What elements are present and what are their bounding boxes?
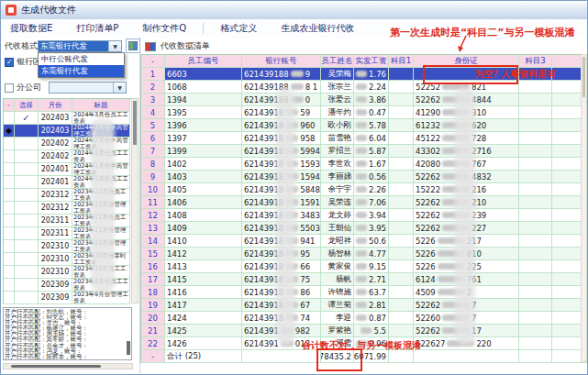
list-item[interactable]: 2023112023年11月份员工工资表 bbox=[4, 215, 132, 227]
column-header[interactable]: 银行账号 bbox=[242, 55, 321, 68]
table-row[interactable]: 2014246214391874李迎0.87522607 bbox=[141, 312, 583, 325]
select-cell[interactable] bbox=[15, 240, 39, 253]
toolbar-extract-data-button[interactable]: 提取数据E bbox=[10, 22, 52, 35]
scrollbar-thumb[interactable] bbox=[582, 57, 585, 97]
select-cell[interactable] bbox=[15, 202, 39, 215]
list-item[interactable]: 2023102023年10月份零时工工资表 bbox=[4, 253, 132, 266]
column-header[interactable]: 科目3 bbox=[519, 55, 552, 68]
chevron-down-icon[interactable]: ▼ bbox=[113, 83, 126, 93]
row-number-cell: 9 bbox=[141, 171, 165, 183]
select-cell[interactable] bbox=[15, 163, 39, 176]
list-item[interactable]: ◆2024032024年3月份中高管理工资表 bbox=[4, 125, 132, 138]
list-vertical-scrollbar[interactable] bbox=[131, 98, 139, 303]
subject3-cell bbox=[519, 235, 552, 248]
column-header[interactable]: 实发工资 bbox=[354, 55, 389, 68]
chevron-down-icon[interactable]: ▼ bbox=[108, 41, 121, 51]
list-item[interactable]: 2023112023年11月份管理工资表 bbox=[4, 227, 132, 240]
format-dropdown-list: 中行公账代发东莞银行代发 bbox=[38, 52, 125, 78]
table-vertical-scrollbar[interactable] bbox=[581, 54, 587, 362]
select-cell[interactable] bbox=[15, 176, 39, 189]
list-item[interactable]: ✓2024032024年3月份员工工资表 bbox=[4, 112, 132, 125]
table-row[interactable]: 914036214391815945李丽娣0.56522624832 bbox=[141, 171, 583, 183]
toolbar-print-list-button[interactable]: 打印清单P bbox=[76, 22, 118, 35]
table-row[interactable]: 1514126214391895杨智林4.775226810 bbox=[141, 248, 583, 260]
list-item[interactable]: 2023122023年12月份员工工资表 bbox=[4, 189, 132, 202]
toolbar-format-definition-button[interactable]: 格式定义 bbox=[220, 22, 257, 35]
list-item[interactable]: 2024022024年2月份员工工资表 bbox=[4, 150, 132, 163]
list-item[interactable]: 2023122023年12月份管理工资表 bbox=[4, 202, 132, 215]
select-cell[interactable] bbox=[15, 266, 39, 279]
column-header[interactable]: - bbox=[141, 55, 165, 68]
bank-filter-checkbox[interactable] bbox=[5, 58, 14, 67]
column-header[interactable]: 员工编号 bbox=[165, 55, 242, 68]
list-item[interactable]: 2023092023年9月份管理工资表 bbox=[4, 292, 132, 304]
list-item[interactable]: 2024022024年2月份中高管理工资表 bbox=[4, 138, 132, 150]
list-flag-icon bbox=[145, 42, 156, 51]
branch-checkbox[interactable] bbox=[5, 83, 14, 93]
select-cell[interactable] bbox=[15, 138, 39, 150]
table-row[interactable]: 413956214391859潘年灼0.4741290310 bbox=[141, 106, 583, 119]
select-cell[interactable] bbox=[15, 279, 39, 292]
redacted-text bbox=[356, 71, 367, 77]
list-item[interactable]: 2023092023年9月份员工工资表 bbox=[4, 279, 132, 292]
app-window: 生成代收文件 提取数据E打印清单P制作文件Q格式定义生成农业银行代收 代收格式 … bbox=[0, 0, 588, 375]
list-header-cell[interactable]: 选择 bbox=[15, 99, 39, 112]
employee-id-cell: 1410 bbox=[165, 235, 242, 248]
log-scrollbar-thumb[interactable] bbox=[127, 341, 130, 355]
select-cell[interactable]: ✓ bbox=[15, 112, 39, 125]
toolbar-make-file-button[interactable]: 制作文件Q bbox=[142, 22, 186, 35]
table-row[interactable]: 6139762143918958苗雪艳6.0445122728 bbox=[141, 132, 583, 145]
employee-id-cell: 1068 bbox=[165, 81, 242, 94]
row-number-cell: 14 bbox=[141, 235, 165, 248]
branch-select[interactable]: ▼ bbox=[49, 82, 127, 94]
right-panel: 代收数据清单 -员工编号银行账号员工姓名实发工资科目1身份证科目31660362… bbox=[140, 38, 587, 374]
toolbar-generate-abc-bank-button[interactable]: 生成农业银行代收 bbox=[281, 22, 354, 35]
redacted-text bbox=[285, 186, 298, 193]
select-cell[interactable] bbox=[15, 125, 39, 138]
table-row[interactable]: 1714156214391875杨帆2.716124761 bbox=[141, 273, 583, 286]
select-cell[interactable] bbox=[15, 189, 39, 202]
column-header[interactable]: 员工姓名 bbox=[321, 55, 354, 68]
table-row[interactable]: 10140562143918584842余宁宇2.2615222216 bbox=[141, 183, 583, 196]
log-horizontal-scrollbar[interactable] bbox=[3, 363, 133, 369]
table-row[interactable]: 814026214391815937李世欢1.6742080767 bbox=[141, 158, 583, 171]
table-row[interactable]: 313946214391880张爱云3.86522624844 bbox=[141, 94, 583, 106]
select-cell[interactable] bbox=[15, 150, 39, 163]
redacted-text bbox=[356, 225, 367, 231]
table-row[interactable]: 131409621439185503王朝仙3.9552262227 bbox=[141, 222, 583, 235]
employee-id-cell: 1424 bbox=[165, 312, 242, 325]
list-item[interactable]: 2024012024年1月份员工工资表 bbox=[4, 176, 132, 189]
bank-account-cell: 6214391874 bbox=[242, 312, 321, 325]
redacted-text bbox=[438, 289, 465, 295]
list-item[interactable]: 2023102023年10月份管理工资表 bbox=[4, 240, 132, 253]
table-row[interactable]: 1614136214391866黄家俊9.155226225 bbox=[141, 260, 583, 273]
scrollbar-thumb[interactable] bbox=[133, 101, 137, 145]
list-header-cell[interactable]: 标题 bbox=[72, 99, 130, 112]
list-item[interactable]: 2023102023年10月员工工资表 bbox=[4, 266, 132, 279]
list-header-cell[interactable]: - bbox=[4, 99, 15, 112]
select-cell[interactable] bbox=[15, 253, 39, 266]
scrollbar-thumb[interactable] bbox=[11, 365, 101, 368]
select-cell[interactable] bbox=[15, 227, 39, 240]
employee-name-cell: 苗雪艳 bbox=[321, 132, 354, 145]
row-number-cell: 19 bbox=[141, 299, 165, 312]
table-row[interactable]: 1114066214391815911吴荣连7.0652262210 bbox=[141, 196, 583, 209]
format-select[interactable]: 东莞银行代发 ▼ bbox=[38, 40, 122, 52]
list-header-cell[interactable]: 月份 bbox=[39, 99, 72, 112]
table-row[interactable]: 2114256214391982罗紫艳5.55226217 bbox=[141, 325, 583, 337]
table-row[interactable]: 5139662143918960欧小刚5.7861232620 bbox=[141, 119, 583, 132]
select-cell[interactable] bbox=[15, 215, 39, 227]
table-row[interactable]: 71399621439185994罗招兰5.87433022716 bbox=[141, 145, 583, 158]
column-header[interactable]: 科目1 bbox=[389, 55, 414, 68]
dropdown-option[interactable]: 东莞银行代发 bbox=[39, 65, 124, 77]
table-row[interactable]: 1814166214391886许锦施63.745092 bbox=[141, 286, 583, 299]
table-row[interactable]: 1214086214391834834龙文婷3.9452262239 bbox=[141, 209, 583, 222]
table-row[interactable]: 14141062143918941龙昭祥50.65226217 bbox=[141, 235, 583, 248]
month-cell: 202401 bbox=[39, 176, 72, 189]
format-tool-button[interactable] bbox=[126, 39, 140, 53]
list-item[interactable]: 2024012024年1月份中高管理工资表 bbox=[4, 163, 132, 176]
select-cell[interactable] bbox=[15, 292, 39, 304]
table-row[interactable]: 1914176214391867谭兰菊2.81522627 bbox=[141, 299, 583, 312]
dropdown-option[interactable]: 中行公账代发 bbox=[39, 53, 124, 65]
title-cell: 2023年10月份管理工资表 bbox=[72, 240, 130, 253]
